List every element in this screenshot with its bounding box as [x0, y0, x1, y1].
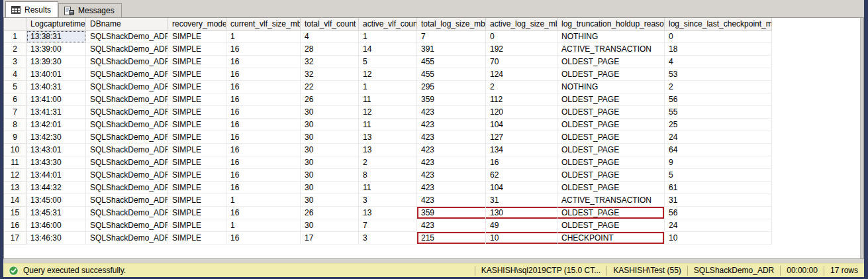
cell[interactable]: 120	[486, 106, 557, 119]
column-header[interactable]: DBname	[86, 18, 168, 30]
cell[interactable]: 7	[359, 219, 417, 232]
row-header[interactable]: 13	[4, 182, 26, 194]
cell[interactable]: 13:39:00	[26, 43, 86, 56]
cell[interactable]: OLDEST_PAGE	[557, 169, 665, 182]
cell[interactable]: 1	[226, 30, 301, 43]
cell[interactable]: 22	[301, 81, 359, 93]
cell[interactable]: 10	[486, 232, 557, 245]
cell[interactable]: SIMPLE	[168, 119, 226, 131]
cell[interactable]: 124	[486, 68, 557, 81]
cell[interactable]: SIMPLE	[168, 68, 226, 81]
cell[interactable]: 104	[486, 119, 557, 131]
column-header[interactable]: active_log_size_mb	[486, 18, 557, 30]
row-header[interactable]: 14	[4, 194, 26, 207]
row-header[interactable]: 9	[4, 131, 26, 144]
row-header[interactable]: 5	[4, 81, 26, 93]
cell[interactable]: 423	[417, 182, 486, 194]
cell[interactable]: 134	[486, 144, 557, 156]
cell[interactable]: 16	[226, 93, 301, 106]
cell[interactable]: SQLShackDemo_ADR	[86, 144, 168, 156]
cell[interactable]: 423	[417, 131, 486, 144]
cell[interactable]: 423	[417, 219, 486, 232]
cell[interactable]: SQLShackDemo_ADR	[86, 68, 168, 81]
cell[interactable]: 8	[359, 169, 417, 182]
cell[interactable]: 16	[226, 68, 301, 81]
cell[interactable]: 26	[301, 207, 359, 219]
cell[interactable]: 3	[359, 194, 417, 207]
column-header[interactable]: total_vlf_count	[301, 18, 359, 30]
tab-messages[interactable]: Messages	[58, 3, 122, 17]
row-header[interactable]: 15	[4, 207, 26, 219]
cell[interactable]: SIMPLE	[168, 144, 226, 156]
cell[interactable]: 18	[665, 43, 772, 56]
cell[interactable]: 104	[486, 182, 557, 194]
column-header[interactable]: current_vlf_size_mb	[226, 18, 301, 30]
cell[interactable]: NOTHING	[557, 30, 665, 43]
cell[interactable]: 13:44:01	[26, 169, 86, 182]
cell[interactable]: ACTIVE_TRANSACTION	[557, 194, 665, 207]
cell[interactable]: 30	[301, 131, 359, 144]
cell[interactable]: 423	[417, 169, 486, 182]
cell[interactable]: SIMPLE	[168, 93, 226, 106]
cell[interactable]: 423	[417, 144, 486, 156]
cell[interactable]: SQLShackDemo_ADR	[86, 131, 168, 144]
cell[interactable]: 24	[665, 131, 772, 144]
cell[interactable]: 455	[417, 56, 486, 68]
cell[interactable]: SIMPLE	[168, 131, 226, 144]
cell[interactable]: 16	[226, 182, 301, 194]
cell[interactable]: 32	[301, 68, 359, 81]
cell[interactable]: 12	[359, 68, 417, 81]
cell[interactable]: SIMPLE	[168, 156, 226, 169]
cell[interactable]: 9	[665, 156, 772, 169]
cell[interactable]: 13:40:01	[26, 68, 86, 81]
column-header[interactable]: recovery_model	[168, 18, 226, 30]
cell[interactable]: SIMPLE	[168, 56, 226, 68]
cell[interactable]: 64	[665, 144, 772, 156]
cell[interactable]: 5	[665, 169, 772, 182]
cell[interactable]: 13	[359, 207, 417, 219]
row-header[interactable]: 4	[4, 68, 26, 81]
cell[interactable]: OLDEST_PAGE	[557, 119, 665, 131]
cell[interactable]: 16	[226, 56, 301, 68]
cell[interactable]: 12	[359, 106, 417, 119]
cell[interactable]: 2	[665, 81, 772, 93]
cell[interactable]: 24	[665, 219, 772, 232]
cell[interactable]: OLDEST_PAGE	[557, 56, 665, 68]
cell[interactable]: 11	[359, 119, 417, 131]
cell[interactable]: 16	[226, 207, 301, 219]
cell[interactable]: OLDEST_PAGE	[557, 207, 665, 219]
cell[interactable]: 32	[301, 56, 359, 68]
cell[interactable]: 215	[417, 232, 486, 245]
cell[interactable]: SQLShackDemo_ADR	[86, 81, 168, 93]
cell[interactable]: SIMPLE	[168, 182, 226, 194]
cell[interactable]: 70	[486, 56, 557, 68]
cell[interactable]: 17	[301, 232, 359, 245]
cell[interactable]: 49	[486, 219, 557, 232]
cell[interactable]: 30	[301, 144, 359, 156]
cell[interactable]: 2	[359, 156, 417, 169]
cell[interactable]: SIMPLE	[168, 207, 226, 219]
cell[interactable]: 423	[417, 156, 486, 169]
row-header[interactable]: 8	[4, 119, 26, 131]
cell[interactable]: SQLShackDemo_ADR	[86, 106, 168, 119]
cell[interactable]: 11	[359, 182, 417, 194]
cell[interactable]: 1	[226, 194, 301, 207]
cell[interactable]: 30	[301, 106, 359, 119]
cell[interactable]: 56	[665, 207, 772, 219]
cell[interactable]: OLDEST_PAGE	[557, 131, 665, 144]
vertical-scrollbar[interactable]	[860, 18, 863, 258]
row-header[interactable]: 3	[4, 56, 26, 68]
column-header[interactable]: log_since_last_checkpoint_mb	[665, 18, 772, 30]
cell[interactable]: SQLShackDemo_ADR	[86, 219, 168, 232]
cell[interactable]: 455	[417, 68, 486, 81]
cell[interactable]: 359	[417, 93, 486, 106]
cell[interactable]: 16	[226, 131, 301, 144]
column-header[interactable]: active_vlf_count	[359, 18, 417, 30]
cell[interactable]: 13:41:00	[26, 93, 86, 106]
cell[interactable]: 28	[301, 43, 359, 56]
row-header[interactable]: 11	[4, 156, 26, 169]
cell[interactable]: OLDEST_PAGE	[557, 156, 665, 169]
cell[interactable]: 192	[486, 43, 557, 56]
cell[interactable]: 13	[359, 131, 417, 144]
cell[interactable]: 13:43:30	[26, 156, 86, 169]
